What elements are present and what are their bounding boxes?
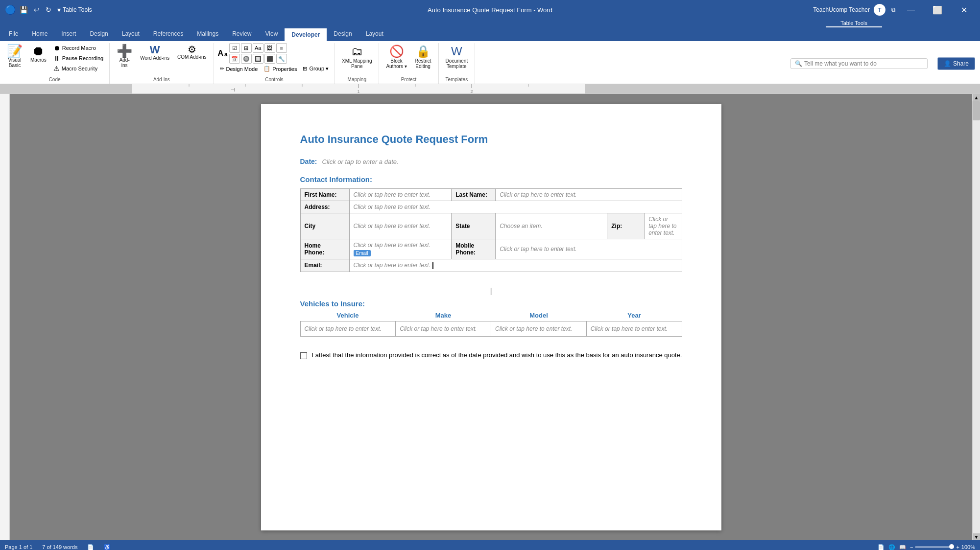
home-phone-cell: Click or tap here to enter text. Email	[349, 239, 452, 259]
cursor	[432, 262, 433, 269]
share-button[interactable]: 👤 Share	[937, 57, 975, 70]
year-cell[interactable]: Click or tap here to enter text.	[586, 321, 682, 336]
mobile-phone-label: MobilePhone:	[452, 239, 496, 259]
control-btn-3[interactable]: Aa	[253, 43, 263, 53]
minimize-button[interactable]: —	[900, 0, 922, 20]
maximize-button[interactable]: ⬜	[926, 0, 949, 20]
svg-text:2: 2	[470, 89, 473, 94]
table-row: First Name: Click or tap here to enter t…	[300, 189, 682, 201]
state-value[interactable]: Choose an item.	[496, 213, 607, 239]
group-icon: ⊞	[303, 66, 307, 72]
tab-design[interactable]: Design	[83, 27, 115, 41]
tab-developer[interactable]: Developer	[285, 28, 327, 41]
table-tools-tab-label: Table Tools	[826, 20, 882, 27]
macros-icon: ⏺	[32, 45, 45, 57]
attest-text: I attest that the information provided i…	[312, 351, 682, 359]
scroll-thumb[interactable]	[973, 101, 980, 120]
design-mode-icon: ✏	[220, 66, 224, 72]
last-name-value[interactable]: Click or tap here to enter text.	[496, 189, 682, 201]
control-btn-4[interactable]: 🖼	[264, 43, 275, 53]
email-value[interactable]: Click or tap here to enter text.	[354, 262, 430, 269]
model-cell[interactable]: Click or tap here to enter text.	[491, 321, 587, 336]
xml-mapping-pane-button[interactable]: 🗂 XML MappingPane	[339, 43, 375, 70]
search-input[interactable]	[804, 60, 912, 67]
design-mode-button[interactable]: ✏ Design Mode	[218, 65, 260, 73]
control-btn-2[interactable]: ⊞	[241, 43, 252, 53]
search-box[interactable]: 🔍	[790, 58, 928, 69]
undo-button[interactable]: ↩	[32, 4, 42, 15]
scrollbar-vertical[interactable]: ▲ ▼	[972, 94, 980, 540]
scroll-up-button[interactable]: ▲	[973, 94, 980, 101]
tab-table-layout[interactable]: Layout	[359, 27, 390, 41]
vehicles-title: Vehicles to Insure:	[300, 299, 682, 308]
aa-small-icon[interactable]: a	[224, 51, 228, 58]
properties-button[interactable]: 📋 Properties	[262, 65, 299, 73]
record-macro-button[interactable]: ⏺ Record Macro	[51, 43, 105, 53]
control-btn-1[interactable]: ☑	[229, 43, 240, 53]
contact-info-title: Contact Information:	[300, 175, 682, 183]
tab-file[interactable]: File	[2, 27, 25, 41]
scroll-down-button[interactable]: ▼	[973, 533, 980, 540]
properties-icon: 📋	[263, 66, 270, 72]
com-add-ins-button[interactable]: ⚙ COM Add-ins	[174, 43, 209, 61]
save-button[interactable]: 💾	[18, 4, 30, 15]
tab-review[interactable]: Review	[225, 27, 258, 41]
table-tools-label: Table Tools	[63, 6, 92, 13]
close-button[interactable]: ✕	[953, 0, 975, 20]
word-count: 7 of 149 words	[42, 544, 77, 550]
make-cell[interactable]: Click or tap here to enter text.	[396, 321, 491, 336]
app-icon: 🔵	[5, 4, 16, 15]
control-btn-5[interactable]: ≡	[276, 43, 287, 53]
block-authors-button[interactable]: 🚫 BlockAuthors ▾	[383, 43, 409, 70]
add-ins-button[interactable]: ➕ Add-ins	[114, 43, 135, 69]
scroll-track	[973, 101, 980, 533]
control-btn-7[interactable]: 🔘	[241, 54, 252, 64]
mobile-phone-value[interactable]: Click or tap here to enter text.	[496, 239, 682, 259]
word-add-ins-button[interactable]: W Word Add-ins	[137, 43, 172, 62]
macro-security-button[interactable]: ⚠ Macro Security	[51, 64, 105, 73]
group-button[interactable]: ⊞ Group ▾	[301, 65, 331, 73]
first-name-value[interactable]: Click or tap here to enter text.	[349, 189, 452, 201]
email-value-cell[interactable]: Click or tap here to enter text.	[349, 259, 682, 272]
tab-home[interactable]: Home	[25, 27, 54, 41]
address-value[interactable]: Click or tap here to enter text.	[349, 201, 682, 213]
city-value[interactable]: Click or tap here to enter text.	[349, 213, 452, 239]
tab-references[interactable]: References	[146, 27, 190, 41]
control-btn-6[interactable]: 📅	[229, 54, 240, 64]
accessibility-icon[interactable]: ♿	[104, 544, 111, 550]
vehicle-cell[interactable]: Click or tap here to enter text.	[300, 321, 396, 336]
tab-mailings[interactable]: Mailings	[190, 27, 225, 41]
date-label: Date:	[300, 158, 317, 165]
tab-view[interactable]: View	[259, 27, 285, 41]
view-web-icon[interactable]: 🌐	[888, 544, 895, 550]
visual-basic-button[interactable]: 📝 VisualBasic	[4, 43, 25, 69]
table-row: City Click or tap here to enter text. St…	[300, 213, 682, 239]
tab-insert[interactable]: Insert	[54, 27, 83, 41]
pause-recording-label: Pause Recording	[62, 55, 103, 61]
view-print-icon[interactable]: 📄	[878, 544, 884, 550]
restrict-editing-button[interactable]: 🔒 RestrictEditing	[412, 43, 434, 70]
code-group-label: Code	[4, 76, 105, 84]
table-row: Address: Click or tap here to enter text…	[300, 201, 682, 213]
zoom-in-button[interactable]: +	[956, 544, 959, 550]
home-phone-value[interactable]: Click or tap here to enter text.	[354, 242, 448, 249]
macros-button[interactable]: ⏺ Macros	[27, 43, 49, 64]
pause-recording-button[interactable]: ⏸ Pause Recording	[51, 53, 105, 63]
control-btn-10[interactable]: 🔧	[276, 54, 287, 64]
view-read-icon[interactable]: 📖	[899, 544, 906, 550]
word-add-ins-label: Word Add-ins	[140, 55, 169, 61]
proofing-icon[interactable]: 📄	[87, 544, 94, 550]
zip-value[interactable]: Click or tap here to enter text.	[645, 213, 682, 239]
redo-button[interactable]: ↻	[44, 4, 53, 15]
control-btn-8[interactable]: 🔲	[253, 54, 263, 64]
customize-quick-access[interactable]: ▾	[55, 4, 63, 15]
zoom-out-button[interactable]: −	[910, 544, 913, 550]
tab-layout[interactable]: Layout	[115, 27, 146, 41]
tab-table-design[interactable]: Design	[327, 27, 359, 41]
date-value[interactable]: Click or tap to enter a date.	[322, 158, 399, 165]
attest-checkbox[interactable]	[300, 352, 307, 359]
control-btn-9[interactable]: ⬛	[264, 54, 275, 64]
document-template-button[interactable]: W DocumentTemplate	[443, 43, 471, 70]
zoom-slider[interactable]	[915, 546, 954, 548]
aa-large-icon[interactable]: A	[218, 49, 224, 58]
